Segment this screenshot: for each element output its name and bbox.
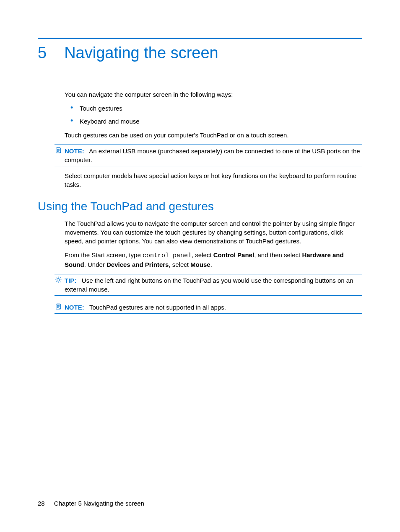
note-label: NOTE: [65, 147, 84, 155]
page-number: 28 [38, 500, 45, 507]
note1-text: An external USB mouse (purchased separat… [65, 147, 360, 163]
note-callout-2: NOTE: TouchPad gestures are not supporte… [55, 301, 362, 314]
intro-block: You can navigate the computer screen in … [65, 90, 362, 139]
intro-bullets: Touch gestures Keyboard and mouse [65, 104, 362, 126]
section-para2: From the Start screen, type control pane… [65, 251, 362, 269]
note-callout: NOTE: An external USB mouse (purchased s… [55, 145, 362, 166]
svg-point-4 [57, 279, 60, 281]
note2-text: TouchPad gestures are not supported in a… [89, 304, 226, 311]
tip-callout: TIP: Use the left and right buttons on t… [55, 274, 362, 296]
p2-mid3: . Under [84, 261, 106, 268]
p2-b1: Control Panel [213, 251, 255, 258]
section-block: The TouchPad allows you to navigate the … [65, 219, 362, 269]
section-para1: The TouchPad allows you to navigate the … [65, 219, 362, 245]
chapter-top-rule [38, 38, 362, 39]
note-icon [55, 147, 62, 156]
p2-b4: Mouse [190, 261, 210, 268]
tip-icon [55, 276, 62, 285]
action-keys-block: Select computer models have special acti… [65, 171, 362, 189]
p2-mid1: , select [192, 251, 213, 258]
bullet-item: Touch gestures [65, 104, 362, 113]
chapter-number: 5 [38, 45, 47, 61]
p2-b3: Devices and Printers [106, 261, 169, 268]
intro-lead: You can navigate the computer screen in … [65, 90, 362, 99]
svg-line-12 [60, 277, 61, 278]
note-icon [55, 303, 62, 312]
footer-chapter: Chapter 5 Navigating the screen [54, 500, 144, 507]
intro-after-bullets: Touch gestures can be used on your compu… [65, 131, 362, 139]
note2-label: NOTE: [65, 304, 84, 311]
svg-line-10 [60, 281, 61, 282]
action-keys-para: Select computer models have special acti… [65, 171, 362, 189]
section-heading: Using the TouchPad and gestures [38, 200, 362, 213]
page-footer: 28 Chapter 5 Navigating the screen [38, 500, 144, 507]
tip-text: Use the left and right buttons on the To… [65, 277, 353, 293]
bullet-item: Keyboard and mouse [65, 117, 362, 126]
chapter-heading: 5 Navigating the screen [38, 45, 362, 61]
tip-label: TIP: [65, 277, 76, 284]
p2-code: control panel [143, 252, 192, 259]
p2-end: . [210, 261, 212, 268]
svg-line-9 [56, 277, 57, 278]
svg-line-11 [56, 281, 57, 282]
chapter-title: Navigating the screen [64, 45, 218, 61]
p2-pre: From the Start screen, type [65, 251, 143, 258]
p2-mid4: , select [169, 261, 190, 268]
p2-mid2: , and then select [254, 251, 302, 258]
